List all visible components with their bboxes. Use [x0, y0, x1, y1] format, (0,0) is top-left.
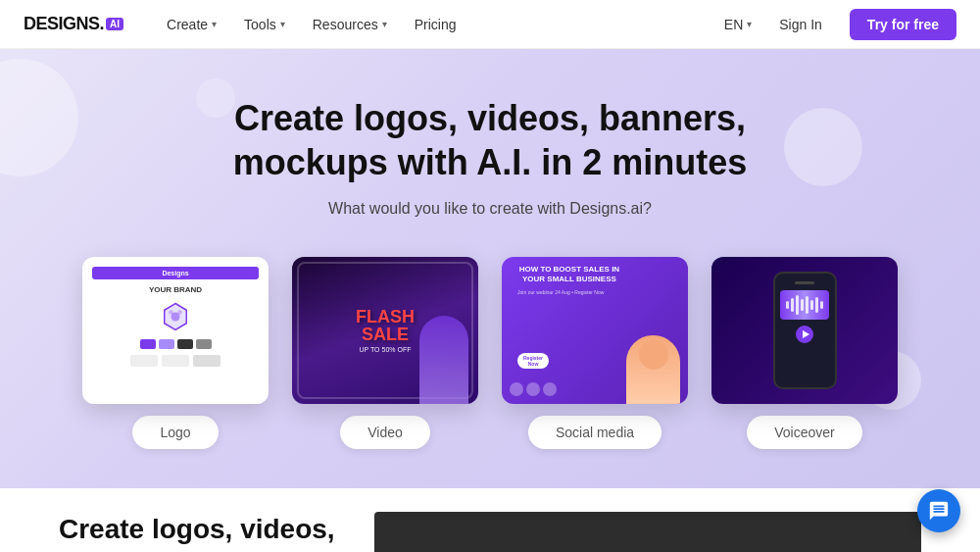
earbuds — [888, 267, 898, 316]
lang-label: EN — [724, 17, 743, 32]
swatch-grey — [196, 339, 212, 349]
nav-right: EN ▾ Sign In Try for free — [724, 9, 956, 40]
swatch-purple — [140, 339, 156, 349]
flash-sub-text: UP TO 50% OFF — [356, 346, 415, 353]
social-circle-1 — [510, 382, 523, 396]
color-swatches — [140, 339, 212, 349]
hero-section: Create logos, videos, banners, mockups w… — [0, 49, 980, 488]
font-swatch-1 — [130, 355, 158, 367]
video-card-content: FLASHSALE UP TO 50% OFF — [292, 257, 478, 404]
wbar — [796, 295, 799, 315]
video-card-item[interactable]: FLASHSALE UP TO 50% OFF Video — [292, 257, 478, 449]
logo-card-item[interactable]: Designs YOUR BRAND — [82, 257, 269, 449]
swatch-light-purple — [159, 339, 174, 349]
navbar: DESIGNS.AI Create ▾ Tools ▾ Resources ▾ … — [0, 0, 980, 49]
nav-links: Create ▾ Tools ▾ Resources ▾ Pricing — [155, 11, 724, 38]
logo-card-hex-wrap — [161, 302, 190, 331]
phone-speaker — [795, 281, 814, 284]
nav-create-label: Create — [167, 17, 208, 32]
swatch-dark — [177, 339, 193, 349]
voiceover-label-button[interactable]: Voiceover — [747, 416, 861, 449]
logo-card-brand: YOUR BRAND — [149, 285, 202, 294]
social-card-subtitle: Join our webinar 24 Aug • Register Now — [510, 289, 612, 296]
svg-point-2 — [169, 310, 173, 315]
language-selector[interactable]: EN ▾ — [724, 17, 752, 32]
logo-label-button[interactable]: Logo — [132, 416, 218, 449]
register-button: Register Now — [517, 353, 549, 369]
wbar — [815, 297, 818, 313]
flash-sale-text: FLASHSALE — [356, 308, 415, 343]
logo-card-image: Designs YOUR BRAND — [82, 257, 269, 404]
deco-circle-2 — [784, 108, 862, 186]
social-circle-2 — [526, 382, 540, 396]
wbar — [801, 299, 804, 311]
social-card-image: HOW TO BOOST SALES IN YOUR SMALL BUSINES… — [502, 257, 688, 404]
nav-resources-label: Resources — [313, 17, 378, 32]
font-swatch-3 — [193, 355, 220, 367]
phone-mockup — [773, 272, 837, 389]
wbar — [820, 301, 823, 309]
logo[interactable]: DESIGNS.AI — [24, 14, 123, 34]
chevron-down-icon: ▾ — [382, 19, 387, 29]
nav-tools[interactable]: Tools ▾ — [232, 11, 297, 38]
video-person-silhouette — [419, 316, 468, 404]
product-cards-row: Designs YOUR BRAND — [59, 257, 921, 449]
sign-in-button[interactable]: Sign In — [767, 11, 834, 38]
social-card-content: HOW TO BOOST SALES IN YOUR SMALL BUSINES… — [502, 257, 688, 404]
person-face — [639, 340, 668, 370]
try-free-button[interactable]: Try for free — [850, 9, 956, 40]
hero-subtitle: What would you like to create with Desig… — [59, 200, 921, 218]
voiceover-card-image — [711, 257, 898, 404]
social-card-title: HOW TO BOOST SALES IN YOUR SMALL BUSINES… — [510, 265, 629, 285]
chevron-down-icon: ▾ — [747, 19, 752, 29]
wbar — [806, 296, 808, 314]
social-label-button[interactable]: Social media — [528, 416, 662, 449]
waveform-display — [780, 290, 829, 320]
voiceover-card-item[interactable]: Voiceover — [711, 257, 898, 449]
nav-pricing[interactable]: Pricing — [403, 11, 468, 38]
logo-card-content: Designs YOUR BRAND — [82, 257, 269, 404]
nav-tools-label: Tools — [244, 17, 276, 32]
logo-card-header: Designs — [92, 267, 259, 279]
nav-create[interactable]: Create ▾ — [155, 11, 228, 38]
wbar — [786, 301, 789, 309]
social-circles-row — [510, 382, 557, 396]
deco-circle-4 — [196, 78, 235, 118]
video-label-button[interactable]: Video — [340, 416, 430, 449]
social-person — [626, 335, 680, 404]
waveform-bars — [786, 295, 823, 315]
logo-ai-badge: AI — [106, 18, 123, 30]
logo-text: DESIGNS. — [24, 14, 104, 34]
bottom-section: Create logos, videos, — [0, 488, 980, 552]
wbar — [810, 300, 813, 310]
voiceover-card-content — [711, 257, 898, 404]
social-card-item[interactable]: HOW TO BOOST SALES IN YOUR SMALL BUSINES… — [502, 257, 688, 449]
chevron-down-icon: ▾ — [212, 19, 217, 29]
chevron-down-icon: ▾ — [280, 19, 285, 29]
bottom-title: Create logos, videos, — [59, 512, 335, 547]
play-icon — [803, 330, 809, 338]
font-swatch-2 — [162, 355, 189, 367]
svg-point-3 — [177, 310, 182, 315]
font-swatches — [130, 355, 220, 367]
bottom-dark-box — [374, 512, 921, 552]
play-button — [796, 326, 813, 343]
wbar — [791, 298, 794, 312]
hex-icon — [161, 302, 190, 331]
deco-circle-1 — [0, 59, 78, 176]
chat-icon — [928, 500, 950, 522]
hero-title: Create logos, videos, banners, mockups w… — [157, 96, 823, 184]
video-card-image: FLASHSALE UP TO 50% OFF — [292, 257, 478, 404]
nav-resources[interactable]: Resources ▾ — [301, 11, 399, 38]
nav-pricing-label: Pricing — [415, 17, 457, 32]
chat-bubble-button[interactable] — [917, 489, 960, 532]
social-circle-3 — [543, 382, 557, 396]
